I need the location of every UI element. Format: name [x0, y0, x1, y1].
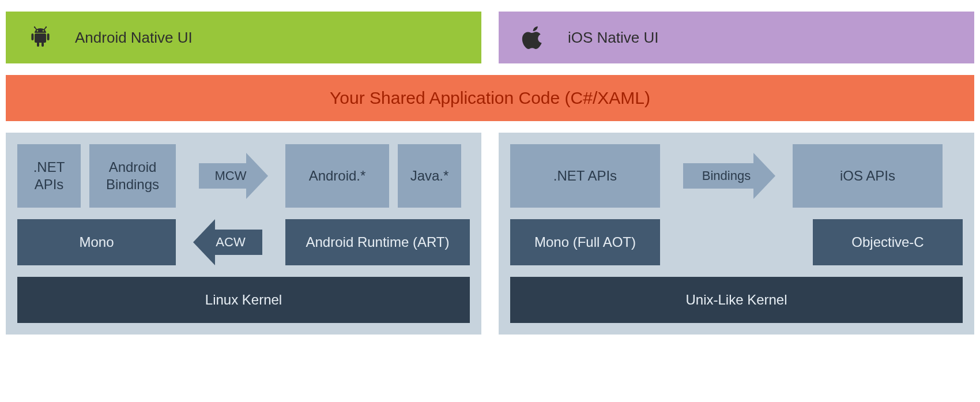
android-star-box: Android.* [285, 144, 389, 208]
ios-row2-spacer [669, 219, 804, 265]
svg-rect-7 [31, 33, 33, 40]
svg-rect-8 [47, 33, 50, 40]
ios-header: iOS Native UI [499, 12, 974, 63]
bindings-arrow-label: Bindings [702, 168, 751, 183]
android-header: Android Native UI [6, 12, 481, 63]
mono-aot-box: Mono (Full AOT) [510, 219, 660, 265]
ios-row2: Mono (Full AOT) Objective-C [510, 219, 963, 265]
apple-icon [516, 25, 551, 50]
shared-code-label: Your Shared Application Code (C#/XAML) [330, 88, 650, 108]
svg-rect-10 [42, 42, 44, 47]
android-icon [23, 24, 58, 51]
net-apis-box: .NET APIs [17, 144, 81, 208]
mcw-arrow-label: MCW [215, 168, 247, 183]
shared-code-banner: Your Shared Application Code (C#/XAML) [6, 75, 974, 121]
platform-headers-row: Android Native UI iOS Native UI [6, 12, 974, 63]
ios-container: .NET APIs Bindings iOS APIs Mono (Full A… [499, 133, 974, 335]
art-box: Android Runtime (ART) [285, 219, 470, 265]
acw-arrow: ACW [184, 219, 277, 265]
android-container: .NET APIs Android Bindings MCW Android.*… [6, 133, 481, 335]
android-row1: .NET APIs Android Bindings MCW Android.*… [17, 144, 470, 208]
android-bindings-box: Android Bindings [89, 144, 176, 208]
objc-box: Objective-C [813, 219, 963, 265]
ios-net-apis-box: .NET APIs [510, 144, 660, 208]
android-row2: Mono ACW Android Runtime (ART) [17, 219, 470, 265]
mono-box: Mono [17, 219, 176, 265]
ios-header-label: iOS Native UI [568, 29, 659, 47]
android-header-label: Android Native UI [75, 29, 193, 47]
architecture-row: .NET APIs Android Bindings MCW Android.*… [6, 133, 974, 335]
svg-rect-9 [37, 42, 39, 47]
bindings-arrow: Bindings [669, 144, 784, 208]
acw-arrow-label: ACW [216, 235, 245, 250]
ios-apis-box: iOS APIs [793, 144, 943, 208]
java-star-box: Java.* [398, 144, 461, 208]
svg-point-5 [43, 30, 44, 31]
unix-kernel-box: Unix-Like Kernel [510, 277, 963, 323]
svg-rect-6 [35, 33, 46, 43]
mcw-arrow: MCW [184, 144, 277, 208]
ios-row1: .NET APIs Bindings iOS APIs [510, 144, 963, 208]
svg-point-4 [37, 30, 38, 31]
linux-kernel-box: Linux Kernel [17, 277, 470, 323]
